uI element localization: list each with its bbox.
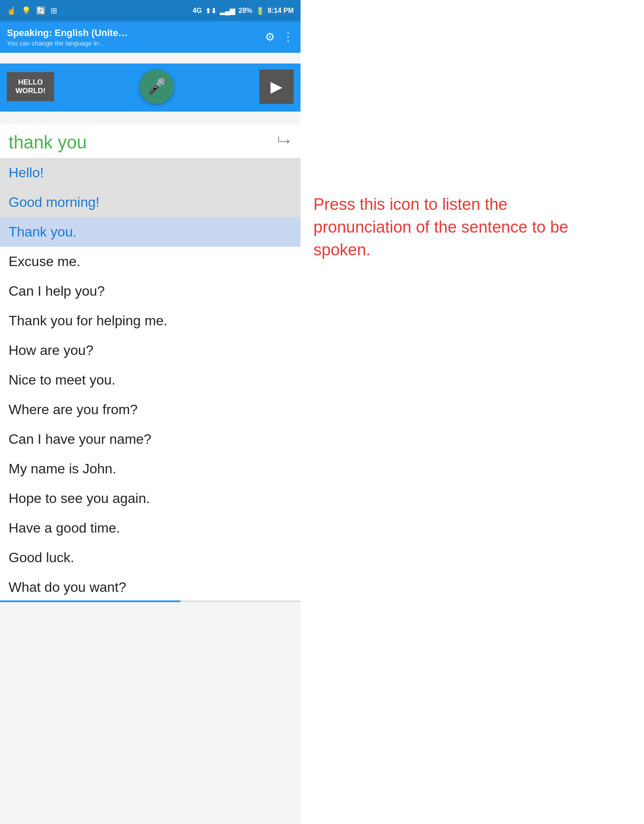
microphone-button[interactable]: 🎤 <box>140 70 174 104</box>
scrollbar-thumb <box>0 600 180 602</box>
list-item[interactable]: Excuse me. <box>0 247 301 276</box>
battery-icon: 🔋 <box>256 7 264 15</box>
toolbar: HELLOWORLD! 🎤 ▶ <box>0 64 301 112</box>
network-type: 4G <box>193 7 202 15</box>
list-item[interactable]: Have a good time. <box>0 513 301 543</box>
microphone-icon: 🎤 <box>147 78 167 96</box>
grid-icon: ⊞ <box>51 6 57 15</box>
app-bar-title-group: Speaking: English (Unite… You can change… <box>7 27 265 47</box>
share-button[interactable]: ⮡ <box>276 133 292 151</box>
play-icon: ▶ <box>270 78 283 96</box>
hand-icon: ☝ <box>7 6 16 15</box>
list-item[interactable]: Good morning! <box>0 188 301 217</box>
list-item[interactable]: My name is John. <box>0 454 301 484</box>
scrollbar[interactable] <box>0 600 301 602</box>
list-item[interactable]: Where are you from? <box>0 395 301 424</box>
signal-bars: ▂▄▆ <box>220 7 235 15</box>
list-item[interactable]: Can I have your name? <box>0 424 301 454</box>
time: 8:14 PM <box>268 7 294 15</box>
bulb-icon: 💡 <box>21 6 31 15</box>
list-item[interactable]: Nice to meet you. <box>0 365 301 395</box>
thank-you-row: thank you ⮡ <box>0 124 301 158</box>
app-bar-actions: ⚙ ⋮ <box>265 30 294 44</box>
status-bar: ☝ 💡 🔄 ⊞ 4G ⬆⬇ ▂▄▆ 28% 🔋 8:14 PM <box>0 0 301 21</box>
more-icon[interactable]: ⋮ <box>283 30 294 44</box>
list-item[interactable]: Can I help you? <box>0 276 301 306</box>
list-item[interactable]: Thank you for helping me. <box>0 306 301 336</box>
list-item[interactable]: What do you want? <box>0 573 301 602</box>
app-subtitle: You can change the language in… <box>7 39 265 47</box>
list-item[interactable]: How are you? <box>0 336 301 365</box>
annotation-area <box>301 0 644 824</box>
play-button[interactable]: ▶ <box>259 70 294 104</box>
content-area: thank you ⮡ Hello! Good morning! Thank y… <box>0 124 301 602</box>
settings-icon[interactable]: ⚙ <box>265 30 275 44</box>
list-item[interactable]: Thank you. <box>0 217 301 247</box>
app-title: Speaking: English (Unite… <box>7 27 265 39</box>
phrase-list: Hello! Good morning! Thank you. Excuse m… <box>0 158 301 602</box>
list-item[interactable]: Hope to see you again. <box>0 484 301 513</box>
list-item[interactable]: Good luck. <box>0 543 301 573</box>
battery-level: 28% <box>239 7 252 15</box>
status-icons: ☝ 💡 🔄 ⊞ <box>7 6 57 15</box>
status-right: 4G ⬆⬇ ▂▄▆ 28% 🔋 8:14 PM <box>193 7 294 15</box>
hello-world-button[interactable]: HELLOWORLD! <box>7 72 54 102</box>
thank-you-text: thank you <box>9 132 87 153</box>
signal-arrows: ⬆⬇ <box>205 7 216 15</box>
annotation-text: Press this icon to listen the pronunciat… <box>313 193 571 262</box>
sync-icon: 🔄 <box>36 6 46 15</box>
share-icon: ⮡ <box>277 135 290 149</box>
list-item[interactable]: Hello! <box>0 158 301 188</box>
app-bar: Speaking: English (Unite… You can change… <box>0 21 301 53</box>
